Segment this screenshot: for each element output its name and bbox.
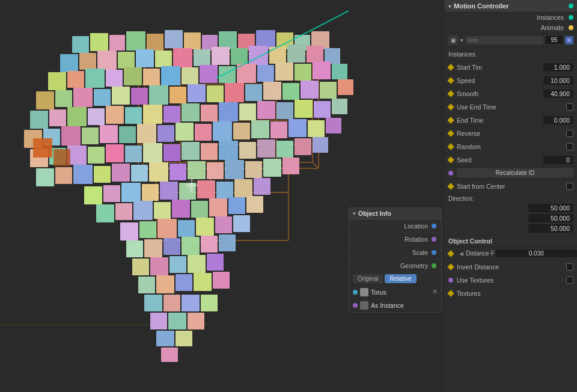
oi-rotation-label: Rotation xyxy=(354,236,432,243)
svg-rect-86 xyxy=(263,82,281,100)
distance-left-arrow[interactable]: ◀ xyxy=(458,251,465,257)
direction-y-input[interactable] xyxy=(528,214,573,222)
use-end-time-checkbox[interactable] xyxy=(566,103,573,111)
instance-label: As Instance xyxy=(371,302,438,309)
random-diamond xyxy=(447,143,454,150)
svg-rect-165 xyxy=(96,204,114,222)
svg-rect-49 xyxy=(173,48,192,67)
svg-rect-95 xyxy=(106,106,124,124)
torus-swatch xyxy=(360,288,368,296)
end-time-diamond xyxy=(447,117,454,123)
object-info-title: Object Info xyxy=(358,210,391,217)
textures-row: Textures xyxy=(445,287,577,300)
svg-rect-66 xyxy=(200,65,218,83)
svg-rect-116 xyxy=(176,123,194,141)
seed-value[interactable]: 0 xyxy=(543,156,573,164)
start-from-center-checkbox[interactable] xyxy=(566,183,573,190)
direction-section: Direction: xyxy=(445,193,577,236)
smooth-value[interactable]: 40.900 xyxy=(543,90,573,98)
recalc-dot xyxy=(448,171,453,176)
svg-rect-206 xyxy=(161,348,178,362)
oi-rotation-row: Rotation xyxy=(349,233,441,246)
smooth-label: Smooth xyxy=(457,90,543,97)
motion-controller-header[interactable]: ▾ Motion Controller xyxy=(445,0,577,13)
svg-rect-87 xyxy=(282,83,299,100)
svg-rect-91 xyxy=(30,111,48,129)
svg-rect-112 xyxy=(100,125,118,143)
svg-rect-196 xyxy=(213,272,230,289)
distance-input[interactable] xyxy=(496,250,577,257)
oi-geometry-row: Geometry xyxy=(349,259,441,272)
reverse-row: Reverse xyxy=(445,127,577,140)
svg-rect-54 xyxy=(269,47,286,64)
instance-swatch xyxy=(360,301,368,310)
use-end-time-row: Use End Time xyxy=(445,100,577,114)
svg-rect-53 xyxy=(249,46,268,65)
direction-x-input[interactable] xyxy=(528,204,573,212)
svg-rect-170 xyxy=(191,201,208,218)
svg-rect-163 xyxy=(234,179,252,197)
svg-rect-167 xyxy=(133,201,153,220)
svg-rect-174 xyxy=(120,222,138,240)
right-panel: ▾ Motion Controller Instances Animate ▣ … xyxy=(445,0,577,392)
svg-rect-67 xyxy=(219,66,236,83)
svg-rect-34 xyxy=(165,30,183,48)
svg-rect-146 xyxy=(131,165,148,182)
instances-label: Instances xyxy=(537,14,564,21)
svg-rect-173 xyxy=(246,196,263,213)
speed-label: Speed xyxy=(457,77,543,84)
original-toggle[interactable]: Original xyxy=(353,274,383,283)
svg-rect-139 xyxy=(295,138,311,155)
svg-rect-175 xyxy=(139,221,156,238)
start-from-center-row: Start from Center xyxy=(445,180,577,193)
svg-rect-129 xyxy=(106,144,124,162)
svg-rect-130 xyxy=(125,145,142,162)
end-time-value[interactable]: 0.000 xyxy=(543,116,573,124)
moti-chart-icon[interactable]: ▦ xyxy=(565,36,573,44)
viewport-3d[interactable] xyxy=(0,0,445,392)
svg-rect-136 xyxy=(239,142,256,159)
svg-rect-88 xyxy=(301,81,319,99)
use-end-time-label: Use End Time xyxy=(457,103,566,111)
relative-toggle[interactable]: Relative xyxy=(385,274,416,283)
svg-rect-115 xyxy=(157,125,174,142)
svg-rect-81 xyxy=(169,87,186,103)
smooth-diamond xyxy=(447,90,454,97)
reverse-checkbox[interactable] xyxy=(566,130,573,137)
svg-rect-141 xyxy=(36,168,54,186)
svg-rect-110 xyxy=(61,126,81,145)
seed-row: Seed 0 xyxy=(445,153,577,167)
svg-rect-191 xyxy=(207,254,224,271)
moti-icon: ▣ xyxy=(448,35,458,45)
svg-rect-180 xyxy=(233,215,250,232)
speed-value[interactable]: 10.000 xyxy=(543,76,573,85)
svg-rect-59 xyxy=(67,71,84,88)
svg-rect-76 xyxy=(73,88,93,107)
invert-distance-checkbox[interactable] xyxy=(566,263,573,271)
reverse-diamond xyxy=(447,130,454,136)
svg-rect-202 xyxy=(168,313,186,329)
moti-input[interactable] xyxy=(466,36,543,44)
end-time-row: End Time 0.000 xyxy=(445,114,577,127)
svg-rect-114 xyxy=(137,124,156,143)
svg-rect-37 xyxy=(219,31,237,49)
svg-rect-161 xyxy=(197,180,215,198)
start-time-diamond xyxy=(447,64,454,70)
start-time-value[interactable]: 1.000 xyxy=(543,63,573,72)
svg-rect-144 xyxy=(94,166,111,183)
oi-location-label: Location xyxy=(354,222,432,230)
svg-rect-97 xyxy=(143,105,162,124)
direction-z-input[interactable] xyxy=(528,224,573,233)
svg-rect-151 xyxy=(225,160,244,179)
animate-row: Animate xyxy=(445,23,577,33)
svg-rect-142 xyxy=(55,167,72,184)
random-checkbox[interactable] xyxy=(566,143,573,150)
svg-rect-182 xyxy=(144,239,162,257)
torus-remove-button[interactable]: ✕ xyxy=(432,288,438,296)
recalculate-button[interactable]: Recalculate ID xyxy=(457,168,573,177)
use-textures-dot xyxy=(448,278,453,283)
object-info-header[interactable]: ▾ Object Info xyxy=(349,208,441,219)
use-textures-checkbox[interactable] xyxy=(566,277,573,284)
svg-rect-176 xyxy=(157,219,177,238)
moti-number[interactable] xyxy=(546,36,563,44)
